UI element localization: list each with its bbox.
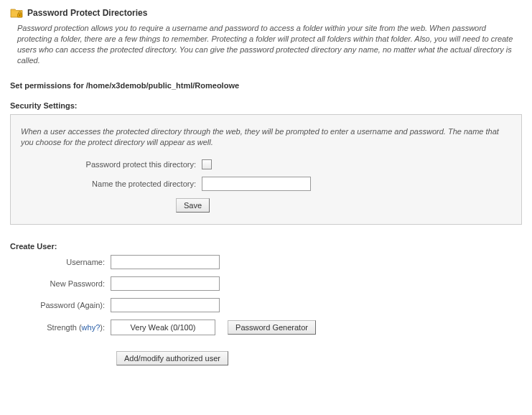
security-intro: When a user accesses the protected direc… — [21, 126, 511, 148]
protect-checkbox-label: Password protect this directory: — [21, 160, 202, 169]
new-password-label: New Password: — [10, 279, 111, 288]
username-label: Username: — [10, 258, 111, 266]
strength-why-link[interactable]: why? — [82, 323, 101, 332]
protect-checkbox[interactable] — [202, 159, 212, 169]
username-row: Username: — [10, 255, 522, 269]
username-input[interactable] — [111, 255, 220, 269]
directory-name-row: Name the protected directory: — [21, 177, 511, 191]
save-button[interactable]: Save — [176, 198, 210, 213]
password-again-input[interactable] — [111, 298, 220, 312]
password-generator-button[interactable]: Password Generator — [228, 320, 316, 335]
strength-row: Strength (why?): Very Weak (0/100) Passw… — [10, 320, 522, 335]
permissions-path: /home/x3demob/public_html/Romeolowe — [86, 81, 239, 90]
directory-name-label: Name the protected directory: — [21, 179, 202, 188]
create-user-form: Username: New Password: Password (Again)… — [10, 255, 522, 365]
new-password-row: New Password: — [10, 276, 522, 291]
permissions-prefix: Set permissions for — [10, 81, 86, 90]
protect-checkbox-row: Password protect this directory: — [21, 159, 511, 169]
permissions-line: Set permissions for /home/x3demob/public… — [10, 81, 522, 90]
folder-lock-icon — [10, 7, 23, 19]
create-user-heading: Create User: — [10, 242, 522, 251]
page-title: Password Protect Directories — [27, 8, 147, 18]
password-again-row: Password (Again): — [10, 298, 522, 312]
strength-label-suffix: ): — [100, 323, 105, 332]
save-row: Save — [21, 198, 511, 213]
password-again-label: Password (Again): — [10, 301, 111, 309]
add-modify-user-button[interactable]: Add/modify authorized user — [116, 351, 228, 365]
strength-label-prefix: Strength ( — [47, 323, 81, 332]
security-settings-box: When a user accesses the protected direc… — [10, 114, 522, 225]
strength-label: Strength (why?): — [10, 323, 111, 332]
strength-ctrl: Very Weak (0/100) Password Generator — [111, 320, 316, 335]
new-password-input[interactable] — [111, 276, 220, 291]
page-title-row: Password Protect Directories — [10, 7, 522, 19]
intro-text: Password protection allows you to requir… — [17, 23, 522, 65]
security-heading: Security Settings: — [10, 101, 522, 110]
add-user-row: Add/modify authorized user — [10, 351, 522, 365]
directory-name-input[interactable] — [202, 177, 311, 191]
svg-point-1 — [19, 15, 20, 16]
strength-meter: Very Weak (0/100) — [111, 320, 215, 335]
